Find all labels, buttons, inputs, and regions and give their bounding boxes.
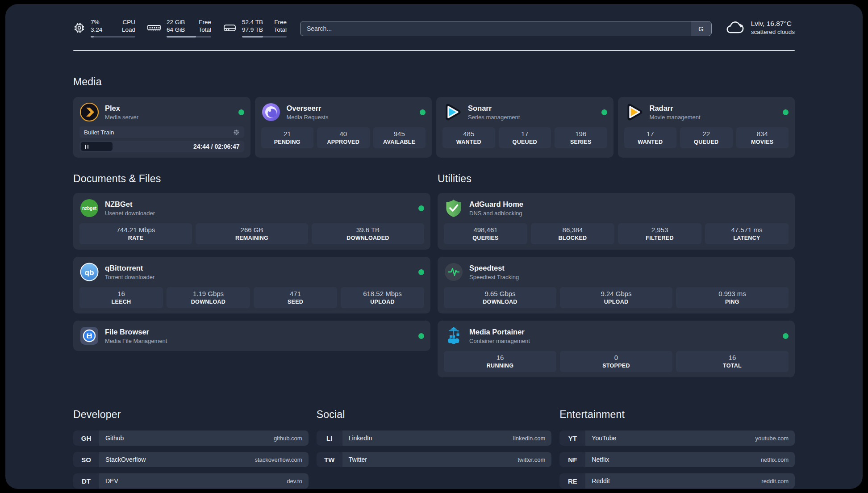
app-name: qBittorrent [105,263,154,272]
portainer-icon [444,326,463,346]
stat-tile: 9.24 GbpsUPLOAD [560,287,672,308]
stat-tile: 16TOTAL [676,351,789,372]
app-name: Sonarr [468,104,520,113]
stat-tile: 196SERIES [555,127,607,148]
app-desc: Media Requests [287,113,329,121]
link-linkedin[interactable]: LI LinkedInlinkedin.com [317,430,552,446]
disk-progressbar [242,36,287,38]
link-stackoverflow[interactable]: SO StackOverflowstackoverflow.com [73,452,309,467]
app-desc: Media server [105,113,138,121]
section-title-entertainment: Entertainment [559,409,795,421]
weather-widget: Lviv, 16.87°C scattered clouds [725,19,795,36]
link-reddit[interactable]: RE Redditreddit.com [559,473,795,489]
app-name: Plex [105,104,138,113]
playback-progressbar[interactable]: 24:44 / 02:06:47 [79,141,244,152]
app-desc: Usenet downloader [105,209,155,217]
disk-free-label: Free [274,18,287,26]
section-title-social: Social [317,409,552,421]
app-name: NZBGet [105,200,155,209]
cpu-load-label: Load [122,26,135,33]
app-card-filebrowser[interactable]: File Browser Media File Management [73,321,430,351]
link-github[interactable]: GH Githubgithub.com [73,430,309,446]
link-name: StackOverflow [105,456,146,463]
link-tag: TW [317,452,342,467]
speedtest-icon [444,262,463,282]
adguard-icon [444,198,463,218]
link-netflix[interactable]: NF Netflixnetflix.com [559,452,795,467]
ram-widget: 22 GiB64 GiB FreeTotal [147,18,211,38]
stat-tile: 1.19 GbpsDOWNLOAD [167,287,250,308]
section-title-documents: Documents & Files [73,173,430,185]
stat-tile: 17WANTED [624,127,677,148]
app-card-nzbget[interactable]: nzbget NZBGet Usenet downloader 744.21 M… [73,193,430,250]
app-card-radarr[interactable]: Radarr Movie management 17WANTED 22QUEUE… [618,97,795,158]
status-dot-online [418,205,424,211]
now-playing-title: Bullet Train [84,129,114,136]
ram-free-label: Free [198,18,211,26]
link-url: stackoverflow.com [255,456,302,463]
stat-tile: 498,461QUERIES [444,223,527,244]
app-desc: Media File Management [105,337,167,345]
app-card-plex[interactable]: Plex Media server Bullet Train [73,97,250,158]
link-tag: SO [73,452,99,467]
link-dev[interactable]: DT DEVdev.to [73,473,309,489]
stat-tile: 945AVAILABLE [373,127,426,148]
app-desc: Series management [468,113,520,121]
stat-tile: 17QUEUED [499,127,551,148]
app-desc: Torrent downloader [105,273,154,281]
link-twitter[interactable]: TW Twittertwitter.com [317,452,552,467]
stat-tile: 485WANTED [442,127,495,148]
social-links: Social LI LinkedInlinkedin.com TW Twitte… [317,409,552,473]
app-desc: Speedtest Tracking [469,273,519,281]
plex-now-playing: Bullet Train 24:44 / 02:06:47 [79,126,244,152]
search-input[interactable] [300,21,691,36]
link-url: youtube.com [755,435,789,442]
stat-tile: 40APPROVED [317,127,370,148]
header-bar: 7%3.24 CPULoad 22 GiB64 GiB FreeTotal [73,17,795,38]
app-card-sonarr[interactable]: Sonarr Series management 485WANTED 17QUE… [436,97,613,158]
link-url: dev.to [287,478,302,485]
filebrowser-icon [79,326,99,346]
stat-tile: 266 GBREMAINING [196,223,308,244]
link-name: LinkedIn [349,435,372,442]
app-card-overseerr[interactable]: Overseerr Media Requests 21PENDING 40APP… [255,97,432,158]
disk-widget: 52.4 TB97.9 TB FreeTotal [223,18,287,38]
stat-tile: 618.52 MbpsUPLOAD [341,287,424,308]
cpu-load-value: 3.24 [91,26,102,33]
search-engine-button[interactable]: G [691,21,711,36]
app-name: Speedtest [469,263,519,272]
link-tag: YT [559,430,585,446]
cloud-icon [725,20,745,36]
stat-tile: 16RUNNING [444,351,556,372]
stat-tile: 471SEED [254,287,337,308]
link-url: netflix.com [761,456,789,463]
disk-free-value: 52.4 TB [242,18,263,26]
app-card-speedtest[interactable]: Speedtest Speedtest Tracking 9.65 GbpsDO… [438,257,795,313]
ram-free-value: 22 GiB [167,18,185,26]
stat-tile: 9.65 GbpsDOWNLOAD [444,287,556,308]
app-card-portainer[interactable]: Media Portainer Container management 16R… [438,321,795,377]
ram-total-label: Total [198,26,211,33]
link-tag: RE [559,473,585,489]
search-bar: G [300,21,712,36]
link-tag: NF [559,452,585,467]
app-card-adguard[interactable]: AdGuard Home DNS and adblocking 498,461Q… [438,193,795,250]
status-dot-online [238,109,244,115]
app-desc: Container management [469,337,530,345]
gear-icon[interactable] [233,129,240,136]
ram-total-value: 64 GiB [167,26,185,33]
header-divider [73,50,795,51]
status-dot-online [783,333,789,339]
app-card-qbittorrent[interactable]: qb qBittorrent Torrent downloader 16LEEC… [73,257,430,313]
link-youtube[interactable]: YT YouTubeyoutube.com [559,430,795,446]
stat-tile: 47.571 msLATENCY [705,223,789,244]
app-name: Overseerr [287,104,329,113]
qbittorrent-icon: qb [79,262,99,282]
playback-time: 24:44 / 02:06:47 [193,143,240,150]
pause-icon [85,145,86,149]
stat-tile: 22QUEUED [680,127,733,148]
link-tag: GH [73,430,99,446]
link-url: reddit.com [761,478,789,485]
overseerr-icon [261,102,281,122]
link-tag: DT [73,473,99,489]
